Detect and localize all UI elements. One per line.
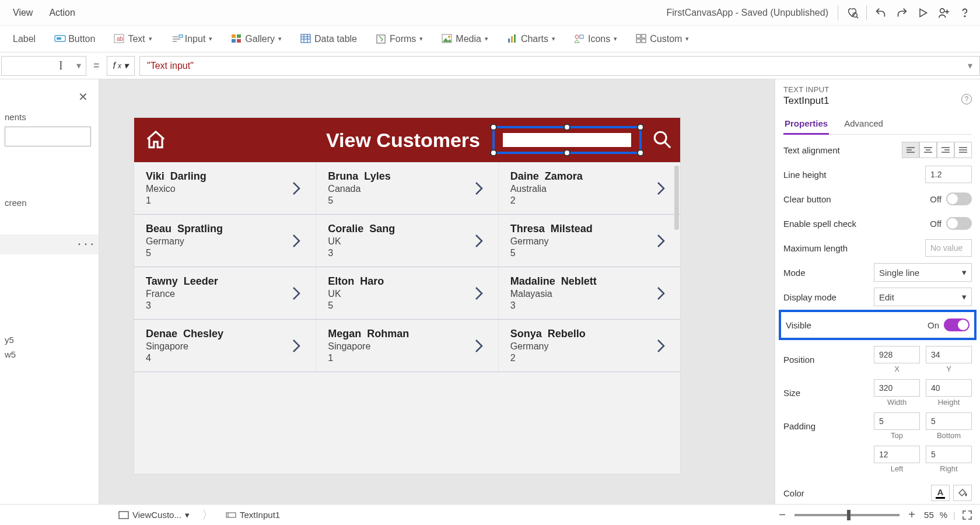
padding-top-input[interactable]: 5 xyxy=(874,412,920,430)
undo-icon[interactable] xyxy=(870,2,891,23)
size-height-input[interactable]: 40 xyxy=(926,379,972,397)
gallery-cell[interactable]: Viki DarlingMexico1 xyxy=(134,162,316,214)
search-input[interactable] xyxy=(5,127,91,146)
chevron-right-icon[interactable] xyxy=(291,285,304,302)
visible-toggle[interactable]: On xyxy=(928,318,970,331)
play-icon[interactable] xyxy=(912,2,933,23)
padding-bottom-input[interactable]: 5 xyxy=(926,412,972,430)
health-icon[interactable] xyxy=(842,2,863,23)
ribbon-charts[interactable]: Charts▾ xyxy=(499,30,564,48)
redo-icon[interactable] xyxy=(891,2,912,23)
ribbon-label[interactable]: Label xyxy=(5,30,44,48)
ribbon-gallery[interactable]: Gallery▾ xyxy=(223,30,290,48)
gallery-cell[interactable]: Denae ChesleySingapore4 xyxy=(134,320,316,372)
chevron-right-icon[interactable] xyxy=(291,233,304,249)
gallery-cell[interactable]: Beau SpratlingGermany5 xyxy=(134,215,316,267)
zoom-in-button[interactable]: + xyxy=(905,508,918,522)
chevron-right-icon[interactable] xyxy=(656,285,668,302)
padding-left-input[interactable]: 12 xyxy=(874,446,920,463)
font-color-button[interactable]: A xyxy=(931,485,950,501)
svg-marker-33 xyxy=(575,40,579,43)
chevron-right-icon[interactable] xyxy=(656,180,668,197)
gallery-cell[interactable]: Tawny LeederFrance3 xyxy=(134,267,316,319)
ribbon-button[interactable]: Button xyxy=(46,30,103,48)
search-icon[interactable] xyxy=(652,130,672,149)
tab-advanced[interactable]: Advanced xyxy=(843,115,884,134)
selected-textinput[interactable] xyxy=(492,126,642,154)
prop-color: Color xyxy=(783,488,804,498)
fit-to-screen-button[interactable] xyxy=(961,509,973,521)
more-icon[interactable]: · · · xyxy=(78,239,94,250)
properties-panel: TEXT INPUT TextInput1 ? Properties Advan… xyxy=(775,79,980,504)
chevron-right-icon[interactable] xyxy=(656,338,668,354)
chevron-right-icon[interactable] xyxy=(474,285,487,302)
customer-number: 2 xyxy=(510,353,586,363)
display-mode-select[interactable]: Edit▾ xyxy=(874,288,972,306)
svg-rect-17 xyxy=(232,39,236,43)
gallery-cell[interactable]: Daine ZamoraAustralia2 xyxy=(499,162,680,214)
close-icon[interactable]: ✕ xyxy=(78,90,88,104)
chevron-right-icon[interactable] xyxy=(474,233,487,249)
align-center-button[interactable] xyxy=(919,142,937,158)
align-right-button[interactable] xyxy=(937,142,954,158)
padding-right-input[interactable]: 5 xyxy=(926,446,972,463)
prop-line-height: Line height xyxy=(783,170,826,180)
gallery-cell[interactable]: Sonya RebelloGermany2 xyxy=(499,320,680,372)
breadcrumb-control[interactable]: TextInput1 xyxy=(219,507,286,523)
chevron-right-icon[interactable] xyxy=(474,338,487,354)
fx-button[interactable]: fx▾ xyxy=(107,56,135,76)
tree-item[interactable]: w5 xyxy=(5,349,94,359)
mode-select[interactable]: Single line▾ xyxy=(874,263,972,282)
chevron-right-icon[interactable] xyxy=(656,233,668,249)
ribbon-custom[interactable]: Custom▾ xyxy=(628,30,697,48)
size-width-input[interactable]: 320 xyxy=(874,379,920,397)
gallery-cell[interactable]: Bruna LylesCanada5 xyxy=(316,162,498,214)
property-selector[interactable]: I▾ xyxy=(1,56,86,76)
customer-name: Coralie Sang xyxy=(328,223,395,235)
line-height-input[interactable]: 1.2 xyxy=(925,166,972,183)
customer-number: 1 xyxy=(328,353,409,363)
chevron-right-icon[interactable] xyxy=(291,338,304,354)
tab-properties[interactable]: Properties xyxy=(783,115,829,135)
gallery-cell[interactable]: Elton HaroUK5 xyxy=(316,267,498,319)
menu-action[interactable]: Action xyxy=(41,3,83,23)
ribbon-input[interactable]: Input▾ xyxy=(163,30,221,48)
align-justify-button[interactable] xyxy=(954,142,972,158)
tree-heading: nents xyxy=(5,112,94,122)
customer-number: 5 xyxy=(328,300,384,311)
max-length-input[interactable]: No value xyxy=(925,239,972,257)
svg-marker-26 xyxy=(443,38,452,42)
fill-color-button[interactable] xyxy=(953,485,972,501)
zoom-out-button[interactable]: − xyxy=(776,508,789,522)
ribbon-media[interactable]: Media▾ xyxy=(433,30,496,48)
position-y-input[interactable]: 34 xyxy=(926,346,972,363)
gallery-scrollbar[interactable] xyxy=(674,166,679,230)
chevron-right-icon[interactable] xyxy=(474,180,487,197)
formula-input[interactable]: "Text input"▾ xyxy=(139,56,980,76)
help-icon[interactable]: ? xyxy=(961,94,972,104)
gallery-cell[interactable]: Madaline NeblettMalayasia3 xyxy=(499,267,680,319)
chevron-right-icon[interactable] xyxy=(291,180,304,197)
spell-check-toggle[interactable]: Off xyxy=(930,217,972,230)
breadcrumb-screen[interactable]: ViewCusto... ▾ xyxy=(112,507,196,523)
tree-item-screen[interactable]: creen xyxy=(5,198,94,208)
tree-item-selected[interactable]: · · · xyxy=(0,235,99,254)
gallery-cell[interactable]: Coralie SangUK3 xyxy=(316,215,498,267)
ribbon-icons-text: Icons xyxy=(588,34,610,44)
menu-view[interactable]: View xyxy=(5,3,41,23)
gallery-cell[interactable]: Megan RohmanSingapore1 xyxy=(316,320,498,372)
clear-button-toggle[interactable]: Off xyxy=(930,192,972,205)
ribbon-text[interactable]: abText▾ xyxy=(106,30,160,48)
share-icon[interactable] xyxy=(933,2,954,23)
ribbon-data-table[interactable]: Data table xyxy=(292,30,365,48)
ribbon-icons[interactable]: Icons▾ xyxy=(566,30,625,48)
gallery-cell[interactable]: Thresa MilsteadGermany5 xyxy=(499,215,680,267)
home-icon[interactable] xyxy=(145,129,167,151)
tree-item[interactable]: y5 xyxy=(5,335,94,345)
zoom-slider[interactable] xyxy=(794,514,900,516)
position-x-input[interactable]: 928 xyxy=(874,346,920,363)
help-icon[interactable] xyxy=(954,2,975,23)
canvas-area[interactable]: View Customers Viki DarlingMexico1Bruna … xyxy=(99,79,775,504)
align-left-button[interactable] xyxy=(902,142,919,158)
ribbon-forms[interactable]: Forms▾ xyxy=(368,30,431,48)
